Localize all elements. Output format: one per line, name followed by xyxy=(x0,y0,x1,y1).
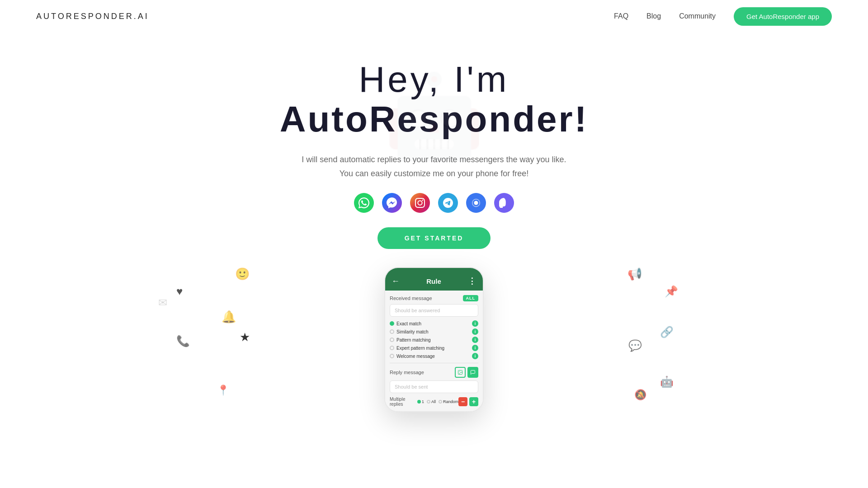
robot-float-icon: 🤖 xyxy=(660,375,674,388)
phone-section: 🙂 📢 ♥ 📌 🔔 ★ 🔗 💬 ✉ 📞 📍 🤖 🔕 ← Rule ⋮ Recei… xyxy=(0,267,868,430)
radio-expert xyxy=(390,346,394,350)
match-option-similarity[interactable]: Similarity match i xyxy=(390,328,478,335)
phone-mockup: ← Rule ⋮ Received message ALL Should be … xyxy=(384,267,484,412)
phone-header: ← Rule ⋮ xyxy=(385,272,483,291)
mr-label-all: All xyxy=(431,399,436,404)
whatsapp-icon[interactable] xyxy=(354,193,374,213)
should-sent-input[interactable]: Should be sent xyxy=(390,380,478,393)
phone-status-bar xyxy=(385,268,483,272)
bell-outline-float-icon: 🔕 xyxy=(634,389,646,401)
mr-option-all[interactable]: All xyxy=(427,399,436,404)
signal-icon[interactable] xyxy=(466,193,486,213)
phone-body: Received message ALL Should be answered … xyxy=(385,291,483,411)
svg-point-0 xyxy=(474,201,478,205)
divider xyxy=(390,363,478,363)
chat-float-icon: 💬 xyxy=(628,339,642,352)
reply-message-label: Reply message xyxy=(390,370,424,375)
star-float-icon: ★ xyxy=(240,330,250,344)
bell-float-icon: 🔔 xyxy=(222,310,236,324)
radio-pattern xyxy=(390,338,394,342)
similarity-match-info[interactable]: i xyxy=(472,328,478,335)
navbar: AUTORESPONDER.ai FAQ Blog Community Get … xyxy=(0,0,868,33)
hero-title-line2: AutoResponder! xyxy=(280,99,589,139)
reply-message-section: Reply message xyxy=(390,367,478,378)
radio-similarity xyxy=(390,329,394,334)
heart-float-icon: ♥ xyxy=(176,285,183,298)
match-options-list: Exact match i Similarity match i xyxy=(390,320,478,359)
svg-point-2 xyxy=(459,371,460,372)
expert-match-info[interactable]: i xyxy=(472,345,478,351)
mr-radio-all xyxy=(427,400,430,404)
hero-subtitle: I will send automatic replies to your fa… xyxy=(302,153,566,180)
pattern-match-info[interactable]: i xyxy=(472,337,478,343)
megaphone-float-icon: 📢 xyxy=(627,267,642,281)
nav-links: FAQ Blog Community Get AutoResponder app xyxy=(614,7,832,26)
match-option-exact[interactable]: Exact match i xyxy=(390,320,478,327)
get-started-button[interactable]: GET STARTED xyxy=(377,227,491,249)
should-answered-input[interactable]: Should be answered xyxy=(390,304,478,317)
exact-match-info[interactable]: i xyxy=(472,320,478,327)
phone-header-title: Rule xyxy=(426,277,441,285)
match-option-expert[interactable]: Expert pattern matching i xyxy=(390,345,478,351)
reply-icons xyxy=(455,367,478,378)
mr-options: 1 All Random xyxy=(417,399,458,404)
messenger-icon[interactable] xyxy=(382,193,402,213)
multiple-replies-label: Multiple replies xyxy=(390,397,417,407)
radio-exact xyxy=(390,321,394,326)
map-float-icon: 📍 xyxy=(217,385,229,396)
logo-suffix: .ai xyxy=(134,12,149,21)
pattern-match-label: Pattern matching xyxy=(396,338,431,343)
mr-radio-random xyxy=(439,400,442,404)
received-message-label: Received message xyxy=(390,296,432,301)
all-badge[interactable]: ALL xyxy=(463,295,479,301)
share-float-icon: 🔗 xyxy=(660,326,674,338)
smiley-float-icon: 🙂 xyxy=(235,267,250,281)
mr-controls: − + xyxy=(458,397,478,406)
hero-title: Hey, I'm AutoResponder! xyxy=(280,60,589,139)
hero-subtitle-line1: I will send automatic replies to your fa… xyxy=(302,155,566,164)
hero-subtitle-line2: You can easily customize me on your phon… xyxy=(340,169,529,178)
reply-icon-btn-image[interactable] xyxy=(455,367,466,378)
match-option-pattern[interactable]: Pattern matching i xyxy=(390,337,478,343)
nav-faq[interactable]: FAQ xyxy=(614,12,628,20)
hero-section: 🤖 Hey, I'm AutoResponder! I will send au… xyxy=(0,33,868,430)
mr-radio-1 xyxy=(417,400,421,404)
mr-option-random[interactable]: Random xyxy=(439,399,458,404)
back-button[interactable]: ← xyxy=(392,277,400,286)
nav-community[interactable]: Community xyxy=(679,12,716,20)
mr-minus-button[interactable]: − xyxy=(458,397,467,406)
logo-text: AUTORESPONDER xyxy=(36,12,134,21)
mr-option-1[interactable]: 1 xyxy=(417,399,424,404)
mr-plus-button[interactable]: + xyxy=(469,397,478,406)
viber-icon[interactable] xyxy=(494,193,514,213)
messenger-icons xyxy=(354,193,514,213)
instagram-icon[interactable] xyxy=(410,193,430,213)
reply-icon-btn-text[interactable] xyxy=(467,367,478,378)
exact-match-label: Exact match xyxy=(396,321,421,326)
match-option-welcome[interactable]: Welcome message i xyxy=(390,353,478,359)
telegram-icon[interactable] xyxy=(438,193,458,213)
phone-menu-button[interactable]: ⋮ xyxy=(468,276,476,286)
similarity-match-label: Similarity match xyxy=(396,329,429,334)
hero-title-line1: Hey, I'm xyxy=(280,60,589,99)
received-message-section: Received message ALL xyxy=(390,295,478,301)
nav-cta-button[interactable]: Get AutoResponder app xyxy=(734,7,832,26)
welcome-match-label: Welcome message xyxy=(396,354,435,359)
welcome-match-info[interactable]: i xyxy=(472,353,478,359)
mr-label-1: 1 xyxy=(422,399,424,404)
expert-match-label: Expert pattern matching xyxy=(396,346,444,351)
logo[interactable]: AUTORESPONDER.ai xyxy=(36,12,149,21)
multiple-replies-section: Multiple replies 1 All Random xyxy=(390,397,478,407)
phone-float-icon: 📞 xyxy=(176,335,190,347)
mail-float-icon: ✉ xyxy=(158,296,167,309)
radio-welcome xyxy=(390,354,394,358)
mr-label-random: Random xyxy=(443,399,458,404)
nav-blog[interactable]: Blog xyxy=(646,12,661,20)
pin-float-icon: 📌 xyxy=(665,285,678,298)
